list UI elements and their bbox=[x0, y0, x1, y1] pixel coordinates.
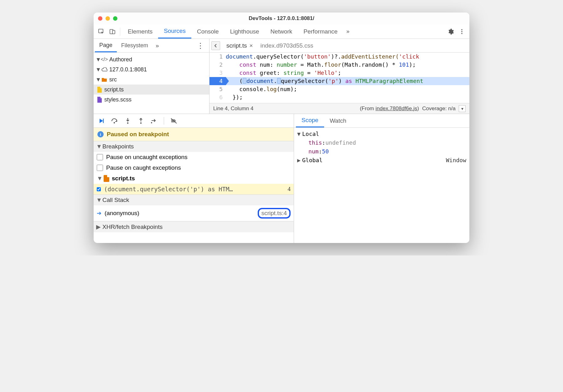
tree-authored[interactable]: ▼ </> Authored bbox=[94, 54, 209, 64]
breakpoints-section: ▼Breakpoints Pause on uncaught exception… bbox=[94, 141, 294, 194]
scope-var-num[interactable]: num: 50 bbox=[297, 147, 466, 156]
editor-tab-index-css[interactable]: index.d9703d55.css bbox=[257, 39, 317, 52]
file-icon bbox=[96, 97, 103, 103]
folder-icon bbox=[101, 77, 108, 82]
step-over-icon[interactable] bbox=[110, 116, 119, 126]
paused-text: Paused on breakpoint bbox=[107, 131, 169, 138]
callstack-frame[interactable]: ➔ (anonymous) script.ts:4 bbox=[94, 205, 294, 221]
inspect-icon[interactable] bbox=[96, 26, 107, 37]
device-toolbar-icon[interactable] bbox=[107, 26, 118, 37]
separator bbox=[164, 117, 164, 125]
main-tab-bar: Elements Sources Console Lighthouse Netw… bbox=[94, 24, 469, 39]
tab-watch[interactable]: Watch bbox=[324, 114, 352, 127]
tab-sources[interactable]: Sources bbox=[158, 24, 191, 39]
nav-back-icon[interactable] bbox=[211, 41, 220, 50]
current-frame-icon: ➔ bbox=[97, 210, 101, 217]
navigator-tab-page[interactable]: Page bbox=[95, 39, 117, 52]
svg-point-7 bbox=[127, 122, 128, 123]
tab-overflow-button[interactable]: » bbox=[343, 28, 353, 35]
pause-caught-checkbox[interactable] bbox=[97, 165, 103, 171]
svg-point-6 bbox=[114, 122, 115, 123]
tab-scope[interactable]: Scope bbox=[296, 114, 324, 127]
editor-tab-label: script.ts bbox=[226, 42, 247, 49]
settings-icon[interactable] bbox=[445, 26, 456, 37]
svg-point-3 bbox=[461, 29, 462, 30]
tree-file-script-ts[interactable]: script.ts bbox=[94, 85, 209, 95]
source-map-link[interactable]: index.7808df6e.js bbox=[375, 106, 417, 111]
tab-elements[interactable]: Elements bbox=[122, 24, 158, 39]
svg-point-4 bbox=[461, 31, 462, 32]
window-title: DevTools - 127.0.0.1:8081/ bbox=[94, 15, 469, 22]
code-editor: script.ts × index.d9703d55.css 1document… bbox=[209, 39, 469, 114]
breakpoint-file-header[interactable]: ▼ script.ts bbox=[94, 173, 294, 184]
step-marker-icon bbox=[243, 78, 246, 84]
info-icon: i bbox=[97, 131, 104, 137]
paused-banner: i Paused on breakpoint bbox=[94, 128, 294, 141]
pause-uncaught-row[interactable]: Pause on uncaught exceptions bbox=[94, 152, 294, 162]
editor-status-bar: Line 4, Column 4 (From index.7808df6e.js… bbox=[209, 103, 469, 114]
xhr-header[interactable]: ▶XHR/fetch Breakpoints bbox=[94, 221, 294, 232]
separator bbox=[120, 28, 120, 36]
navigator-tab-overflow[interactable]: » bbox=[152, 42, 162, 49]
scope-var-this[interactable]: this: undefined bbox=[297, 138, 466, 147]
callstack-section: ▼Call Stack ➔ (anonymous) script.ts:4 bbox=[94, 194, 294, 221]
tree-file-styles-scss[interactable]: styles.scss bbox=[94, 95, 209, 105]
tab-lighthouse[interactable]: Lighthouse bbox=[225, 24, 265, 39]
cursor-position: Line 4, Column 4 bbox=[213, 106, 254, 112]
tab-performance[interactable]: Performance bbox=[298, 24, 343, 39]
kebab-menu-icon[interactable] bbox=[456, 26, 467, 37]
editor-tab-label: index.d9703d55.css bbox=[261, 42, 313, 49]
file-icon bbox=[96, 87, 103, 93]
step-into-icon[interactable] bbox=[123, 116, 132, 126]
svg-rect-2 bbox=[112, 30, 115, 34]
debugger-pane: i Paused on breakpoint ▼Breakpoints Paus… bbox=[94, 114, 469, 243]
file-tree: ▼ </> Authored ▼ 127.0.0.1:8081 ▼ bbox=[94, 53, 209, 106]
code-area[interactable]: 1document.querySelector('button')?.addEv… bbox=[209, 53, 469, 103]
tree-folder-src[interactable]: ▼ src bbox=[94, 75, 209, 85]
svg-point-8 bbox=[140, 122, 142, 123]
navigator-sidebar: Page Filesystem » ⋮ ▼ </> Authored ▼ 127… bbox=[94, 39, 209, 114]
titlebar: DevTools - 127.0.0.1:8081/ bbox=[94, 13, 469, 24]
breakpoint-checkbox[interactable] bbox=[97, 187, 101, 191]
close-tab-icon[interactable]: × bbox=[249, 42, 253, 49]
deactivate-breakpoints-icon[interactable] bbox=[169, 116, 178, 126]
tab-console[interactable]: Console bbox=[191, 24, 225, 39]
tree-host[interactable]: ▼ 127.0.0.1:8081 bbox=[94, 64, 209, 75]
step-out-icon[interactable] bbox=[136, 116, 146, 126]
scope-global[interactable]: ▶Global Window bbox=[297, 156, 466, 165]
navigator-tab-filesystem[interactable]: Filesystem bbox=[117, 39, 152, 52]
devtools-window: DevTools - 127.0.0.1:8081/ Elements Sour… bbox=[94, 13, 469, 243]
callstack-header[interactable]: ▼Call Stack bbox=[94, 195, 294, 205]
frame-name: (anonymous) bbox=[105, 210, 139, 217]
code-icon: </> bbox=[101, 57, 108, 62]
editor-tab-bar: script.ts × index.d9703d55.css bbox=[209, 39, 469, 53]
step-marker-icon bbox=[277, 78, 281, 84]
source-map-info: (From index.7808df6e.js) bbox=[360, 106, 419, 112]
navigator-more-icon[interactable]: ⋮ bbox=[193, 41, 208, 50]
scope-pane: Scope Watch ▼Local this: undefined num: … bbox=[294, 114, 469, 243]
sources-panel-body: Page Filesystem » ⋮ ▼ </> Authored ▼ 127… bbox=[94, 39, 469, 114]
scope-local[interactable]: ▼Local bbox=[297, 130, 466, 138]
breakpoint-file-group: ▼ script.ts (document.querySelector('p')… bbox=[94, 173, 294, 194]
svg-point-9 bbox=[151, 122, 152, 123]
debugger-left-pane: i Paused on breakpoint ▼Breakpoints Paus… bbox=[94, 114, 294, 243]
pause-caught-row[interactable]: Pause on caught exceptions bbox=[94, 162, 294, 173]
tab-network[interactable]: Network bbox=[265, 24, 298, 39]
frame-location[interactable]: script.ts:4 bbox=[258, 208, 291, 219]
editor-tab-script-ts[interactable]: script.ts × bbox=[223, 39, 257, 52]
breakpoints-header[interactable]: ▼Breakpoints bbox=[94, 141, 294, 152]
svg-point-5 bbox=[461, 33, 462, 34]
status-dropdown-icon[interactable]: ▾ bbox=[459, 105, 466, 112]
breakpoint-line: 4 bbox=[288, 186, 291, 193]
step-icon[interactable] bbox=[149, 116, 159, 126]
resume-icon[interactable] bbox=[97, 116, 106, 126]
file-badge-icon bbox=[104, 175, 109, 182]
scope-body: ▼Local this: undefined num: 50 ▶Global W… bbox=[294, 128, 469, 167]
coverage-indicator: Coverage: n/a bbox=[422, 106, 456, 112]
navigator-tabs: Page Filesystem » ⋮ bbox=[94, 39, 209, 53]
xhr-section: ▶XHR/fetch Breakpoints bbox=[94, 221, 294, 232]
breakpoint-entry[interactable]: (document.querySelector('p') as HTM… 4 bbox=[94, 184, 294, 194]
scope-global-value: Window bbox=[446, 156, 466, 165]
pause-uncaught-checkbox[interactable] bbox=[97, 154, 103, 160]
breakpoint-text: (document.querySelector('p') as HTM… bbox=[104, 186, 233, 193]
